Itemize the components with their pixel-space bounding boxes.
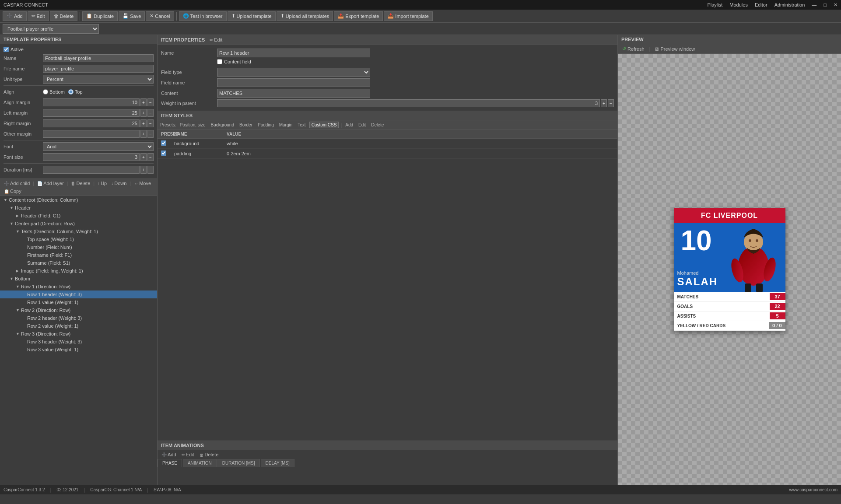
anim-tab-animation[interactable]: ANIMATION xyxy=(183,459,217,467)
window-minimize[interactable]: — xyxy=(812,2,816,8)
anim-edit-button[interactable]: ✏ Edit xyxy=(180,452,196,458)
tree-node-row2-value[interactable]: Row 2 value (Weight: 1) xyxy=(0,322,157,330)
anim-delete-button[interactable]: 🗑 Delete xyxy=(198,452,220,458)
tree-node-row3[interactable]: ▼ Row 3 (Direction: Row) xyxy=(0,330,157,338)
right-margin-input[interactable] xyxy=(43,119,140,127)
tree-node-row3-value[interactable]: Row 3 value (Weight: 1) xyxy=(0,346,157,354)
content-field-checkbox[interactable] xyxy=(217,59,222,64)
styles-delete-button[interactable]: Delete xyxy=(369,122,385,128)
export-button[interactable]: 📤 Export template xyxy=(334,11,383,21)
font-size-plus[interactable]: + xyxy=(140,153,147,161)
edit-button[interactable]: ✏ Edit xyxy=(28,11,49,21)
other-margin-input[interactable] xyxy=(43,130,140,138)
tree-node-top-space[interactable]: Top space (Weight: 1) xyxy=(0,235,157,243)
name-input[interactable] xyxy=(43,54,154,62)
anim-tab-phase[interactable]: PHASE xyxy=(158,459,182,467)
tree-node-row2-header[interactable]: Row 2 header (Weight: 3) xyxy=(0,314,157,322)
tree-delete-button[interactable]: 🗑 Delete xyxy=(70,180,91,186)
tree-node-image[interactable]: ▶ Image (Field: Img, Weight: 1) xyxy=(0,267,157,275)
tree-node-content-root[interactable]: ▼ Content root (Direction: Column) xyxy=(0,196,157,204)
window-close[interactable]: ✕ xyxy=(834,2,837,8)
tree-copy-button[interactable]: 📋 Copy xyxy=(3,188,23,194)
align-bottom-radio[interactable] xyxy=(43,89,48,94)
cancel-button[interactable]: ✕ Cancel xyxy=(146,11,174,21)
preset-padding[interactable]: Padding xyxy=(256,122,276,128)
tree-move-button[interactable]: ↔ Move xyxy=(133,180,152,186)
field-type-dropdown[interactable] xyxy=(217,68,370,77)
font-dropdown[interactable]: Arial xyxy=(43,142,154,151)
delete-button[interactable]: 🗑 Delete xyxy=(50,11,78,21)
styles-edit-button[interactable]: Edit xyxy=(357,122,368,128)
tree-node-firstname[interactable]: Firstname (Field: F1) xyxy=(0,251,157,259)
preset-background[interactable]: Background xyxy=(209,122,236,128)
add-child-button[interactable]: ➕ Add child xyxy=(3,180,31,186)
tree-node-bottom[interactable]: ▼ Bottom xyxy=(0,275,157,283)
import-button[interactable]: 📥 Import template xyxy=(384,11,432,21)
menu-playlist[interactable]: Playlist xyxy=(707,2,722,8)
template-dropdown[interactable]: Football player profile xyxy=(3,24,99,34)
menu-editor[interactable]: Editor xyxy=(755,2,767,8)
style-checkbox-0[interactable] xyxy=(161,140,166,146)
tree-node-center-part[interactable]: ▼ Center part (Direction: Row) xyxy=(0,220,157,228)
style-checkbox-1[interactable] xyxy=(161,150,166,156)
unit-type-dropdown[interactable]: Percent xyxy=(43,75,154,84)
left-margin-minus[interactable]: − xyxy=(147,109,154,117)
preset-border[interactable]: Border xyxy=(238,122,254,128)
menu-modules[interactable]: Modules xyxy=(729,2,748,8)
anim-tab-duration[interactable]: DURATION [MS] xyxy=(217,459,260,467)
align-margin-minus[interactable]: − xyxy=(147,98,154,106)
anim-tab-delay[interactable]: DELAY [MS] xyxy=(261,459,294,467)
tree-down-button[interactable]: ↓ Down xyxy=(110,180,128,186)
styles-row-0[interactable]: background white xyxy=(158,139,617,149)
other-margin-minus[interactable]: − xyxy=(147,130,154,138)
preset-text[interactable]: Text xyxy=(296,122,307,128)
save-button[interactable]: 💾 Save xyxy=(119,11,145,21)
active-checkbox[interactable] xyxy=(4,47,9,52)
test-button[interactable]: 🌐 Test in browser xyxy=(179,11,227,21)
filename-input[interactable] xyxy=(43,65,154,73)
preset-position-size[interactable]: Position, size xyxy=(178,122,207,128)
window-maximize[interactable]: □ xyxy=(823,2,827,8)
upload-button[interactable]: ⬆ Upload template xyxy=(228,11,276,21)
right-margin-plus[interactable]: + xyxy=(140,119,147,127)
duration-input[interactable] xyxy=(43,166,140,174)
tree-node-header[interactable]: ▼ Header xyxy=(0,204,157,212)
weight-minus[interactable]: − xyxy=(608,99,614,107)
field-name-input[interactable] xyxy=(217,78,370,87)
item-props-edit-button[interactable]: ✏ Edit xyxy=(208,37,224,43)
tree-node-row1[interactable]: ▼ Row 1 (Direction: Row) xyxy=(0,283,157,290)
item-name-input[interactable] xyxy=(217,49,370,57)
font-size-minus[interactable]: − xyxy=(147,153,154,161)
tree-node-row1-value[interactable]: Row 1 value (Weight: 1) xyxy=(0,298,157,306)
add-button[interactable]: ➕ Add xyxy=(3,11,27,21)
align-margin-input[interactable] xyxy=(43,98,140,106)
styles-add-button[interactable]: Add xyxy=(343,122,355,128)
align-margin-plus[interactable]: + xyxy=(140,98,147,106)
preset-custom-css[interactable]: Custom CSS xyxy=(309,122,339,128)
duration-plus[interactable]: + xyxy=(140,166,147,174)
right-margin-minus[interactable]: − xyxy=(147,119,154,127)
tree-node-header-c1[interactable]: ▶ Header (Field: C1) xyxy=(0,212,157,220)
duration-minus[interactable]: − xyxy=(147,166,154,174)
preview-window-button[interactable]: 🖥 Preview window xyxy=(652,46,697,52)
tree-node-row3-header[interactable]: Row 3 header (Weight: 3) xyxy=(0,338,157,346)
styles-row-1[interactable]: padding 0.2em 2em xyxy=(158,149,617,159)
upload-all-button[interactable]: ⬆ Upload all templates xyxy=(277,11,333,21)
add-layer-button[interactable]: 📄 Add layer xyxy=(36,180,65,186)
other-margin-plus[interactable]: + xyxy=(140,130,147,138)
tree-node-number[interactable]: Number (Field: Num) xyxy=(0,243,157,251)
weight-input[interactable] xyxy=(217,99,600,107)
refresh-button[interactable]: ↺ Refresh xyxy=(620,46,646,52)
anim-add-button[interactable]: ➕ Add xyxy=(160,452,178,458)
tree-node-row1-header[interactable]: Row 1 header (Weight: 3) xyxy=(0,290,157,298)
tree-node-surname[interactable]: Surname (Field: S1) xyxy=(0,259,157,267)
menu-administration[interactable]: Administration xyxy=(774,2,805,8)
preset-margin[interactable]: Margin xyxy=(277,122,294,128)
tree-up-button[interactable]: ↑ Up xyxy=(96,180,108,186)
duplicate-button[interactable]: 📋 Duplicate xyxy=(82,11,118,21)
tree-node-row2[interactable]: ▼ Row 2 (Direction: Row) xyxy=(0,306,157,314)
left-margin-plus[interactable]: + xyxy=(140,109,147,117)
align-top-radio[interactable] xyxy=(68,89,74,94)
weight-plus[interactable]: + xyxy=(601,99,607,107)
content-input[interactable] xyxy=(217,89,370,98)
